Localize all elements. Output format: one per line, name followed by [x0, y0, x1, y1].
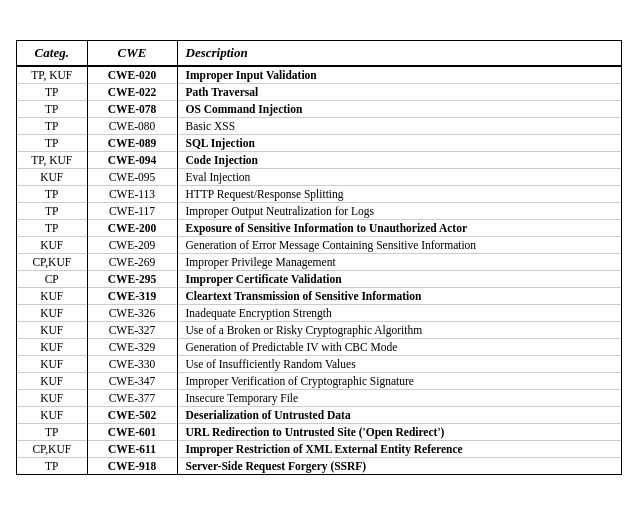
header-desc: Description — [177, 41, 621, 66]
cell-categ: KUF — [17, 168, 87, 185]
cell-desc: Improper Output Neutralization for Logs — [177, 202, 621, 219]
table-header-row: Categ. CWE Description — [17, 41, 621, 66]
cwe-table: Categ. CWE Description TP, KUFCWE-020Imp… — [17, 41, 621, 474]
cell-categ: KUF — [17, 338, 87, 355]
cell-desc: Cleartext Transmission of Sensitive Info… — [177, 287, 621, 304]
table-row: KUFCWE-209Generation of Error Message Co… — [17, 236, 621, 253]
table-row: TP, KUFCWE-020Improper Input Validation — [17, 66, 621, 84]
cell-desc: Deserialization of Untrusted Data — [177, 406, 621, 423]
cell-categ: TP — [17, 457, 87, 474]
cell-cwe: CWE-269 — [87, 253, 177, 270]
cell-categ: TP — [17, 100, 87, 117]
table-row: KUFCWE-319Cleartext Transmission of Sens… — [17, 287, 621, 304]
cell-desc: URL Redirection to Untrusted Site ('Open… — [177, 423, 621, 440]
cell-categ: TP — [17, 117, 87, 134]
cell-categ: TP — [17, 83, 87, 100]
cell-cwe: CWE-089 — [87, 134, 177, 151]
cell-cwe: CWE-502 — [87, 406, 177, 423]
table-row: CPCWE-295Improper Certificate Validation — [17, 270, 621, 287]
cell-desc: Basic XSS — [177, 117, 621, 134]
cell-cwe: CWE-200 — [87, 219, 177, 236]
cell-cwe: CWE-918 — [87, 457, 177, 474]
cell-categ: TP — [17, 219, 87, 236]
cell-desc: HTTP Request/Response Splitting — [177, 185, 621, 202]
cell-categ: TP, KUF — [17, 66, 87, 84]
header-categ: Categ. — [17, 41, 87, 66]
cell-desc: Inadequate Encryption Strength — [177, 304, 621, 321]
cell-cwe: CWE-326 — [87, 304, 177, 321]
table-row: TPCWE-089SQL Injection — [17, 134, 621, 151]
table-row: TPCWE-601URL Redirection to Untrusted Si… — [17, 423, 621, 440]
cell-categ: KUF — [17, 236, 87, 253]
cell-desc: Code Injection — [177, 151, 621, 168]
cell-cwe: CWE-080 — [87, 117, 177, 134]
cell-desc: Path Traversal — [177, 83, 621, 100]
cell-cwe: CWE-095 — [87, 168, 177, 185]
table-row: KUFCWE-502Deserialization of Untrusted D… — [17, 406, 621, 423]
cell-desc: Eval Injection — [177, 168, 621, 185]
cell-categ: KUF — [17, 372, 87, 389]
cell-categ: CP — [17, 270, 87, 287]
table-row: KUFCWE-329Generation of Predictable IV w… — [17, 338, 621, 355]
cell-desc: Exposure of Sensitive Information to Una… — [177, 219, 621, 236]
table-row: KUFCWE-347Improper Verification of Crypt… — [17, 372, 621, 389]
table-row: CP,KUFCWE-269Improper Privilege Manageme… — [17, 253, 621, 270]
cell-desc: Use of a Broken or Risky Cryptographic A… — [177, 321, 621, 338]
cell-desc: SQL Injection — [177, 134, 621, 151]
cell-desc: Generation of Predictable IV with CBC Mo… — [177, 338, 621, 355]
table-row: TP, KUFCWE-094Code Injection — [17, 151, 621, 168]
cell-categ: KUF — [17, 355, 87, 372]
cell-cwe: CWE-327 — [87, 321, 177, 338]
cell-cwe: CWE-113 — [87, 185, 177, 202]
cell-categ: TP, KUF — [17, 151, 87, 168]
cell-categ: TP — [17, 202, 87, 219]
cell-categ: KUF — [17, 287, 87, 304]
table-row: KUFCWE-377Insecure Temporary File — [17, 389, 621, 406]
cell-cwe: CWE-209 — [87, 236, 177, 253]
cell-categ: KUF — [17, 321, 87, 338]
cell-desc: Improper Input Validation — [177, 66, 621, 84]
cell-categ: TP — [17, 185, 87, 202]
cell-cwe: CWE-611 — [87, 440, 177, 457]
cell-desc: Improper Certificate Validation — [177, 270, 621, 287]
cell-desc: Improper Verification of Cryptographic S… — [177, 372, 621, 389]
table-row: TPCWE-022Path Traversal — [17, 83, 621, 100]
cell-categ: KUF — [17, 389, 87, 406]
table-row: KUFCWE-330Use of Insufficiently Random V… — [17, 355, 621, 372]
table-row: TPCWE-080Basic XSS — [17, 117, 621, 134]
cell-desc: Use of Insufficiently Random Values — [177, 355, 621, 372]
cell-cwe: CWE-319 — [87, 287, 177, 304]
cell-cwe: CWE-329 — [87, 338, 177, 355]
cell-categ: TP — [17, 134, 87, 151]
cell-cwe: CWE-020 — [87, 66, 177, 84]
cell-desc: Improper Restriction of XML External Ent… — [177, 440, 621, 457]
cell-categ: CP,KUF — [17, 440, 87, 457]
table-row: KUFCWE-095Eval Injection — [17, 168, 621, 185]
table-row: TPCWE-918Server-Side Request Forgery (SS… — [17, 457, 621, 474]
cell-cwe: CWE-094 — [87, 151, 177, 168]
cell-categ: TP — [17, 423, 87, 440]
cell-cwe: CWE-601 — [87, 423, 177, 440]
cell-desc: OS Command Injection — [177, 100, 621, 117]
cell-desc: Server-Side Request Forgery (SSRF) — [177, 457, 621, 474]
cell-cwe: CWE-078 — [87, 100, 177, 117]
cell-categ: KUF — [17, 406, 87, 423]
table-row: TPCWE-078OS Command Injection — [17, 100, 621, 117]
table-row: TPCWE-117Improper Output Neutralization … — [17, 202, 621, 219]
cell-cwe: CWE-347 — [87, 372, 177, 389]
table-row: TPCWE-200Exposure of Sensitive Informati… — [17, 219, 621, 236]
cell-desc: Improper Privilege Management — [177, 253, 621, 270]
table-row: KUFCWE-327Use of a Broken or Risky Crypt… — [17, 321, 621, 338]
table-row: TPCWE-113HTTP Request/Response Splitting — [17, 185, 621, 202]
header-cwe: CWE — [87, 41, 177, 66]
cell-cwe: CWE-117 — [87, 202, 177, 219]
cell-cwe: CWE-295 — [87, 270, 177, 287]
cell-desc: Generation of Error Message Containing S… — [177, 236, 621, 253]
cell-desc: Insecure Temporary File — [177, 389, 621, 406]
cell-cwe: CWE-022 — [87, 83, 177, 100]
cell-cwe: CWE-377 — [87, 389, 177, 406]
cell-categ: CP,KUF — [17, 253, 87, 270]
cell-cwe: CWE-330 — [87, 355, 177, 372]
table-row: KUFCWE-326Inadequate Encryption Strength — [17, 304, 621, 321]
main-table-container: Categ. CWE Description TP, KUFCWE-020Imp… — [16, 40, 622, 475]
